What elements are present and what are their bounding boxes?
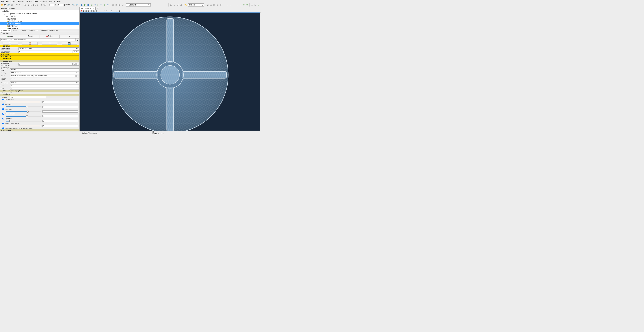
slice-icon[interactable]: ◨: [87, 4, 90, 6]
vcr-loop-icon[interactable]: ⥁: [40, 4, 43, 6]
view-add-icon[interactable]: +: [111, 10, 113, 12]
clip-icon[interactable]: ◧: [84, 4, 86, 6]
surf-curv-input[interactable]: [42, 115, 78, 118]
view-pt2-icon[interactable]: •: [101, 10, 103, 12]
vcr-last-icon[interactable]: ⏭: [37, 4, 39, 6]
surf-mesh-curv-slider[interactable]: [6, 126, 41, 126]
grid-icon[interactable]: ▦: [118, 4, 121, 6]
pipeline-cfd-mesh[interactable]: CFD Mesh: [0, 25, 80, 27]
edge-angle-input[interactable]: [42, 120, 78, 122]
pipeline-builtin[interactable]: ▤ builtin:: [0, 10, 80, 12]
streamline-icon[interactable]: 〰: [100, 4, 103, 6]
cam8-icon[interactable]: ▫: [233, 4, 235, 6]
pipeline-file[interactable]: ⊟ FDA-pump-coarse-TCFD+TFEA.tcae: [0, 12, 80, 15]
section-meshsize[interactable]: Mesh size: [0, 94, 80, 96]
mesh-input-select[interactable]: STL Geometry: [10, 72, 79, 74]
tab-properties[interactable]: Properties: [0, 29, 12, 32]
view-clr-icon[interactable]: ⊘: [116, 10, 118, 12]
stl-file-input[interactable]: [10, 74, 76, 77]
menu-file[interactable]: File: [1, 0, 4, 2]
view-sel2-icon[interactable]: ▢: [90, 10, 92, 12]
view-int-icon[interactable]: ⤢: [104, 10, 106, 12]
comp-name-input[interactable]: [10, 68, 79, 71]
stl-browse-button[interactable]: …: [76, 74, 79, 77]
section-stlcharts[interactable]: STL charts: [0, 129, 80, 131]
wire-icon[interactable]: ☐: [121, 4, 124, 6]
center-icon[interactable]: ⊕: [115, 4, 118, 6]
ncomp-plus-button[interactable]: +: [73, 63, 76, 66]
layout-tab-add[interactable]: +: [96, 7, 99, 10]
time-value-input[interactable]: [49, 4, 54, 6]
apply-button[interactable]: ✔Apply: [0, 34, 20, 38]
menu-sources[interactable]: Sources: [18, 0, 24, 2]
zoom-fit-icon[interactable]: 🔎: [76, 4, 78, 6]
menu-filters[interactable]: Filters: [26, 0, 32, 2]
save-button[interactable]: 💾: [62, 42, 77, 45]
chart-dist-input[interactable]: [42, 101, 78, 103]
extract-icon[interactable]: ⬚: [94, 4, 96, 6]
term-icon[interactable]: ▭: [250, 4, 253, 6]
cam2-icon[interactable]: ▤: [210, 4, 212, 6]
flag-icon[interactable]: ▰: [257, 4, 260, 6]
menu-view[interactable]: View: [12, 0, 16, 2]
rot-90-icon[interactable]: ⟳: [246, 4, 248, 6]
x-view-icon[interactable]: ☐: [170, 4, 172, 6]
render-viewport[interactable]: [80, 12, 260, 131]
pipeline-tmesh[interactable]: ⊟TMESH1: [0, 15, 80, 18]
glyph-icon[interactable]: ➤: [97, 4, 99, 6]
grading-input[interactable]: [10, 96, 46, 98]
vcr-play-icon[interactable]: ▶: [30, 4, 33, 6]
view-grow-icon[interactable]: ▣: [119, 10, 121, 12]
status-tcae[interactable]: ▦ TCAE Output: [151, 130, 260, 134]
mesh-output-select[interactable]: CFD & FEA Mesh: [18, 48, 79, 50]
view-int2-icon[interactable]: ⤡: [106, 10, 108, 12]
view-pin-icon[interactable]: 📌: [80, 10, 82, 12]
chart-dist-check[interactable]: [2, 99, 4, 100]
line-len-input[interactable]: [42, 106, 78, 108]
pencil-icon[interactable]: ✏️: [184, 4, 187, 6]
ncomp-minus-button[interactable]: −: [76, 63, 79, 66]
camera-icon[interactable]: ▣: [206, 4, 209, 6]
section-scripting[interactable]: Scripting: [0, 54, 80, 56]
hmax-input[interactable]: [10, 84, 79, 87]
zoom-reset-icon[interactable]: 🔍: [72, 4, 75, 6]
pipeline-cfd-geom[interactable]: CFD Geometry: [0, 20, 80, 22]
surf-mesh-curv-check[interactable]: [2, 123, 4, 124]
restore-button[interactable]: ↻: [42, 42, 57, 45]
vcr-next-icon[interactable]: ▶▶: [34, 4, 36, 6]
redo-icon[interactable]: ↷: [19, 4, 21, 6]
cam4-icon[interactable]: ▦: [216, 4, 219, 6]
section-advanced[interactable]: Advanced meshing options: [0, 90, 80, 92]
chart-dist-slider[interactable]: [6, 102, 41, 102]
delete-button[interactable]: ✖Delete: [40, 34, 60, 38]
layout-tab-1[interactable]: ▣ Layout #1 ✕: [80, 7, 96, 10]
contour-icon[interactable]: ◐: [80, 4, 83, 6]
cam10-icon[interactable]: ▫: [239, 4, 242, 6]
vcr-prev-icon[interactable]: ◀: [27, 4, 30, 6]
view-sel4-icon[interactable]: ▢: [96, 10, 98, 12]
cam5-icon[interactable]: ▫: [223, 4, 225, 6]
menu-help[interactable]: Help: [57, 0, 61, 2]
scale-unit-select[interactable]: m: [72, 50, 79, 53]
tab-view[interactable]: View: [12, 29, 18, 32]
help-button[interactable]: ?: [60, 34, 80, 38]
warp-icon[interactable]: ◈: [104, 4, 106, 6]
surf-curv-slider[interactable]: [6, 116, 41, 117]
tab-display[interactable]: Display: [18, 29, 27, 32]
color-array-select[interactable]: • Solid Color: [126, 4, 151, 6]
recalc-check[interactable]: [2, 128, 4, 129]
iso-view-icon[interactable]: ☐: [180, 4, 182, 6]
section-fea-mesh[interactable]: FEA MESH: [0, 58, 80, 60]
view-sub-icon[interactable]: −: [114, 10, 116, 12]
undo-icon[interactable]: ↶: [16, 4, 18, 6]
property-search-input[interactable]: [0, 38, 76, 41]
view-hl-icon[interactable]: ⬌: [108, 10, 110, 12]
reset-button[interactable]: ⊘Reset: [20, 34, 40, 38]
time-spin-icon[interactable]: ⬍: [54, 4, 57, 6]
menu-tools[interactable]: Tools: [34, 0, 38, 2]
threshold-icon[interactable]: ▦: [90, 4, 93, 6]
surf-curv-check[interactable]: [2, 113, 4, 115]
view-pt-icon[interactable]: •: [98, 10, 100, 12]
connect-icon[interactable]: 🔗: [7, 4, 10, 6]
line-len-slider[interactable]: [6, 106, 41, 107]
